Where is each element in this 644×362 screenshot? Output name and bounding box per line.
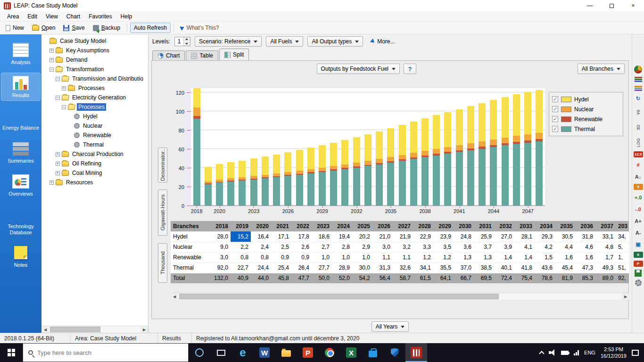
chart-style-ball-icon[interactable] xyxy=(634,66,642,74)
table-cell[interactable]: 1,6 xyxy=(555,252,575,263)
search-input[interactable] xyxy=(37,349,183,356)
checkbox-checked-icon[interactable]: ✓ xyxy=(552,106,558,112)
table-cell[interactable]: 4,4 xyxy=(555,242,575,252)
table-cell[interactable]: 1,6 xyxy=(575,252,595,263)
table-cell[interactable]: 4,1 xyxy=(514,242,535,252)
menu-view[interactable]: View xyxy=(41,12,62,21)
chart-settings-button[interactable] xyxy=(635,280,642,286)
table-cell[interactable]: 3,6 xyxy=(454,242,474,252)
taskbar-search[interactable] xyxy=(23,343,189,362)
table-cell[interactable]: 21,9 xyxy=(393,231,413,242)
tree-item-processes[interactable]: +Processes xyxy=(41,83,148,93)
table-cell[interactable]: 69,5 xyxy=(474,273,494,283)
table-cell[interactable]: 50,0 xyxy=(312,273,332,283)
scrollbar-thumb[interactable] xyxy=(179,294,499,299)
scrollbar-thumb[interactable] xyxy=(50,327,100,332)
leap-taskbar-icon[interactable] xyxy=(405,343,427,362)
table-cell[interactable]: 35,5 xyxy=(433,263,454,273)
table-cell[interactable]: 26,4 xyxy=(291,263,312,273)
table-cell[interactable]: 17,8 xyxy=(291,231,312,242)
maximize-button[interactable] xyxy=(601,0,622,11)
tree-item-thermal[interactable]: Thermal xyxy=(41,140,148,149)
font-larger-button[interactable]: A+ xyxy=(634,216,643,225)
tree-expand-toggle[interactable]: − xyxy=(56,96,60,100)
tree-horizontal-scrollbar[interactable]: ◀ ▶ xyxy=(41,326,148,333)
y-axis-origin-button[interactable]: Y0 xyxy=(634,106,643,118)
sidebar-item-analysis[interactable]: Analysis xyxy=(1,40,40,68)
open-button[interactable]: Open xyxy=(28,23,59,33)
table-cell[interactable]: 30,5 xyxy=(555,231,575,242)
sidebar-item-summaries[interactable]: Summaries xyxy=(1,139,40,166)
powerpoint-icon[interactable]: P xyxy=(297,343,319,362)
menu-chart[interactable]: Chart xyxy=(62,12,84,21)
tree-item-case-study-model[interactable]: Case Study Model xyxy=(41,36,148,46)
table-cell[interactable]: 58,7 xyxy=(393,273,413,283)
copy-chart-button[interactable]: ▣ xyxy=(634,240,643,249)
tree-item-transformation[interactable]: −Transformation xyxy=(41,65,148,74)
tree-expand-toggle[interactable]: + xyxy=(62,86,66,90)
table-cell[interactable]: 29,3 xyxy=(535,231,555,242)
tab-table[interactable]: Table xyxy=(186,50,218,60)
tree-expand-toggle[interactable]: + xyxy=(56,162,60,166)
decrease-decimals-button[interactable]: -.0 xyxy=(634,205,643,214)
table-cell[interactable]: 54,2 xyxy=(352,273,372,283)
table-cell[interactable]: 1,1 xyxy=(372,252,393,263)
table-cell[interactable]: 3,0 xyxy=(372,242,393,252)
chart-colors-icon[interactable] xyxy=(635,85,642,91)
tree-item-charcoal-production[interactable]: +Charcoal Production xyxy=(41,149,148,159)
log-scale-button[interactable]: LOG xyxy=(634,136,643,148)
decimal-places-button[interactable]: 12.5 xyxy=(634,151,643,157)
table-cell[interactable]: 22,9 xyxy=(413,231,433,242)
branch-cell[interactable]: Renewable xyxy=(171,252,210,263)
table-cell[interactable]: 43,6 xyxy=(535,263,555,273)
table-cell[interactable]: 0,9 xyxy=(271,252,291,263)
sidebar-item-overviews[interactable]: Overviews xyxy=(1,172,40,199)
levels-spinner[interactable]: 1 xyxy=(174,37,190,46)
table-cell[interactable]: 16,4 xyxy=(251,231,271,242)
more-button[interactable]: More... xyxy=(371,38,395,45)
table-cell[interactable]: 92,0 xyxy=(210,263,231,273)
sidebar-item-technology-database[interactable]: Technology Database xyxy=(1,204,40,238)
table-cell[interactable]: 52,0 xyxy=(332,273,352,283)
table-cell[interactable]: 61,5 xyxy=(413,273,433,283)
tree-item-electricity-generation[interactable]: −Electricity Generation xyxy=(41,93,148,102)
table-cell[interactable]: 2,4 xyxy=(251,242,271,252)
table-cell[interactable]: 4,8 xyxy=(595,242,616,252)
checkbox-checked-icon[interactable]: ✓ xyxy=(552,96,558,102)
table-cell[interactable]: 32,6 xyxy=(393,263,413,273)
table-cell[interactable]: 38,5 xyxy=(474,263,494,273)
branch-cell[interactable]: Nuclear xyxy=(171,242,210,252)
three-d-button[interactable]: 3D xyxy=(634,121,643,133)
scroll-left-icon[interactable]: ◀ xyxy=(171,293,178,300)
table-cell[interactable]: 3,9 xyxy=(494,242,514,252)
table-cell[interactable]: 40,9 xyxy=(231,273,251,283)
menu-edit[interactable]: Edit xyxy=(23,12,41,21)
tree-item-hydel[interactable]: Hydel xyxy=(41,112,148,121)
table-cell[interactable]: 3,0 xyxy=(210,252,231,263)
scroll-right-icon[interactable]: ▶ xyxy=(622,293,629,300)
refresh-chart-button[interactable]: ↻ xyxy=(634,94,643,103)
output-types-dropdown[interactable]: All Output types xyxy=(307,36,363,47)
unit-button[interactable]: Gigawatt-Hours xyxy=(158,189,167,236)
cortana-icon[interactable] xyxy=(189,343,210,362)
table-cell[interactable]: 2,7 xyxy=(312,242,332,252)
word-icon[interactable]: W xyxy=(254,343,275,362)
tree-expand-toggle[interactable]: + xyxy=(56,171,60,175)
tree-item-resources[interactable]: +Resources xyxy=(41,178,148,187)
excel-icon[interactable]: X xyxy=(340,343,362,362)
table-cell[interactable]: 0,8 xyxy=(251,252,271,263)
table-cell[interactable]: 4,2 xyxy=(535,242,555,252)
table-cell[interactable]: 27,7 xyxy=(312,263,332,273)
table-cell[interactable]: 2,9 xyxy=(352,242,372,252)
table-cell[interactable]: 64,1 xyxy=(433,273,454,283)
table-cell[interactable]: 1,0 xyxy=(312,252,332,263)
table-cell[interactable]: 1,2 xyxy=(433,252,454,263)
store-icon[interactable] xyxy=(362,343,384,362)
table-cell[interactable]: 20,2 xyxy=(352,231,372,242)
table-cell[interactable]: 0,8 xyxy=(231,252,251,263)
table-cell[interactable]: 85,3 xyxy=(575,273,595,283)
table-cell[interactable]: 9,0 xyxy=(210,242,231,252)
table-cell[interactable]: 1,0 xyxy=(352,252,372,263)
tree-expand-toggle[interactable]: + xyxy=(50,58,54,62)
scenario-dropdown[interactable]: Scenario: Reference xyxy=(195,36,262,47)
